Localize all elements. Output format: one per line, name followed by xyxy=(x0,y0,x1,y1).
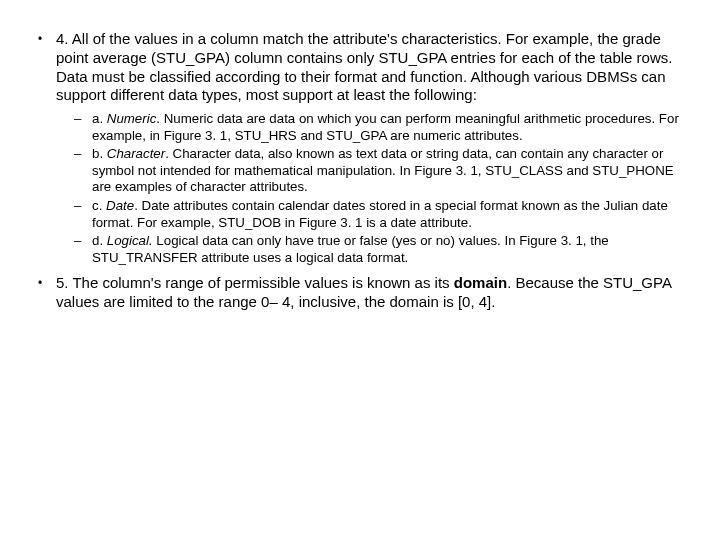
subitem-b-rest: . Character data, also known as text dat… xyxy=(92,146,674,194)
subitem-b-prefix: b. xyxy=(92,146,107,161)
item-5-bold: domain xyxy=(454,274,507,291)
subitem-d-rest: Logical data can only have true or false… xyxy=(92,233,609,265)
subitem-b: b. Character. Character data, also known… xyxy=(92,146,690,196)
subitem-d-term: Logical. xyxy=(107,233,153,248)
item-4-text: All of the values in a column match the … xyxy=(56,30,672,103)
subitem-c-rest: . Date attributes contain calendar dates… xyxy=(92,198,668,230)
subitem-a-term: Numeric xyxy=(107,111,157,126)
item-5: 5. The column's range of permissible val… xyxy=(56,274,690,312)
main-list: 4. All of the values in a column match t… xyxy=(30,30,690,312)
subitem-a-prefix: a. xyxy=(92,111,107,126)
subitem-d-prefix: d. xyxy=(92,233,107,248)
sub-list: a. Numeric. Numeric data are data on whi… xyxy=(56,111,690,266)
item-5-prefix: 5. xyxy=(56,274,72,291)
subitem-a-rest: . Numeric data are data on which you can… xyxy=(92,111,679,143)
subitem-c-prefix: c. xyxy=(92,198,106,213)
subitem-c: c. Date. Date attributes contain calenda… xyxy=(92,198,690,231)
subitem-d: d. Logical. Logical data can only have t… xyxy=(92,233,690,266)
item-4-prefix: 4. xyxy=(56,30,72,47)
item-5-text-a: The column's range of permissible values… xyxy=(72,274,453,291)
subitem-c-term: Date xyxy=(106,198,134,213)
subitem-b-term: Character xyxy=(107,146,165,161)
item-4: 4. All of the values in a column match t… xyxy=(56,30,690,266)
subitem-a: a. Numeric. Numeric data are data on whi… xyxy=(92,111,690,144)
